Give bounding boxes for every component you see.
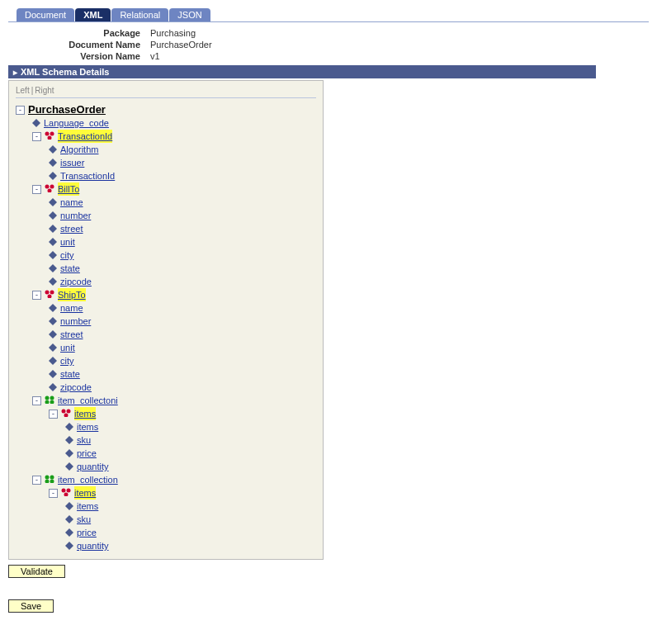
attr-icon [49,159,57,167]
svg-point-18 [50,291,54,295]
node-algorithm[interactable]: Algorithm [60,143,98,156]
node-street[interactable]: street [60,328,83,341]
svg-marker-37 [65,462,73,471]
tree: - PurchaseOrder Language_code - Transact… [16,103,316,552]
right-link[interactable]: Right [35,86,54,95]
svg-point-40 [45,480,50,484]
svg-point-7 [45,185,50,189]
attr-icon [49,211,57,220]
node-zipcode[interactable]: zipcode [60,275,92,288]
attr-icon [49,343,57,352]
svg-marker-23 [49,343,57,352]
svg-point-8 [50,185,54,189]
svg-point-44 [64,493,69,497]
meta-val-version: v1 [150,51,160,61]
svg-point-3 [48,136,52,140]
svg-point-17 [45,291,50,295]
svg-point-30 [50,400,54,405]
node-transactionid[interactable]: TransactionId [58,130,112,143]
node-quantity[interactable]: quantity [77,460,109,473]
node-unit[interactable]: unit [60,235,75,249]
node-sku[interactable]: sku [77,433,91,447]
node-items-child[interactable]: items [77,420,98,433]
node-city[interactable]: city [60,354,74,367]
collapse-icon[interactable]: - [32,185,41,194]
node-zipcode[interactable]: zipcode [60,381,92,394]
svg-point-1 [45,132,50,136]
node-state[interactable]: state [60,262,80,275]
attr-icon [49,277,57,286]
node-shipto[interactable]: ShipTo [58,288,86,301]
attr-icon [49,330,57,339]
attr-icon [32,119,40,127]
svg-marker-25 [49,370,57,378]
svg-marker-11 [49,211,57,220]
svg-marker-46 [65,515,73,523]
svg-marker-21 [49,317,57,325]
tab-relational[interactable]: Relational [111,8,168,21]
node-unit[interactable]: unit [60,341,75,354]
attr-icon [65,449,73,457]
node-name[interactable]: name [60,196,83,209]
node-transactionid-child[interactable]: TransactionId [60,169,115,182]
attr-icon [49,251,57,259]
svg-marker-24 [49,357,57,365]
attr-icon [49,145,57,154]
meta-block: Package Purchasing Document Name Purchas… [33,27,649,62]
validate-button[interactable]: Validate [8,565,65,578]
node-quantity[interactable]: quantity [77,539,109,552]
node-issuer[interactable]: issuer [60,156,84,169]
svg-marker-26 [49,383,57,391]
node-city[interactable]: city [60,249,74,262]
node-sku[interactable]: sku [77,513,91,526]
save-button[interactable]: Save [8,599,54,613]
node-price[interactable]: price [77,447,97,460]
node-root[interactable]: PurchaseOrder [28,103,106,116]
svg-marker-0 [32,119,40,127]
svg-point-9 [48,189,52,193]
node-billto[interactable]: BillTo [58,182,79,196]
svg-point-31 [62,410,66,414]
node-street[interactable]: street [60,222,83,235]
attr-icon [49,172,57,180]
collapse-icon[interactable]: - [32,291,41,300]
collapse-icon[interactable]: - [32,396,41,405]
svg-point-42 [62,489,66,493]
node-price[interactable]: price [77,526,97,539]
svg-marker-48 [65,542,73,550]
node-items-child[interactable]: items [77,500,98,513]
left-link[interactable]: Left [16,86,30,95]
node-items[interactable]: items [74,407,96,420]
node-name[interactable]: name [60,301,83,315]
svg-point-38 [45,476,50,480]
attr-icon [65,423,73,431]
collapse-icon[interactable]: - [49,410,58,419]
node-items[interactable]: items [74,486,96,500]
collapse-icon[interactable]: - [32,132,41,141]
node-number[interactable]: number [60,209,91,222]
tab-document[interactable]: Document [17,8,74,21]
meta-label-docname: Document Name [33,40,150,50]
section-header[interactable]: XML Schema Details [8,65,596,78]
tab-xml[interactable]: XML [75,8,111,21]
node-state[interactable]: state [60,367,80,381]
compound-red-icon [61,486,71,500]
compound-green-icon [45,473,54,486]
collapse-icon[interactable]: - [32,476,41,485]
node-item-collectoni[interactable]: item_collectoni [58,394,118,407]
meta-val-docname: PurchaseOrder [150,40,212,50]
node-number[interactable]: number [60,315,91,328]
svg-marker-34 [65,423,73,431]
svg-marker-47 [65,528,73,537]
collapse-icon[interactable]: - [16,106,25,115]
meta-label-version: Version Name [33,51,150,61]
node-item-collection[interactable]: item_collection [58,473,118,486]
collapse-icon[interactable]: - [49,489,58,498]
tab-json[interactable]: JSON [169,8,210,21]
svg-marker-22 [49,330,57,339]
svg-marker-12 [49,225,57,233]
attr-icon [49,238,57,246]
attr-icon [49,383,57,391]
svg-marker-45 [65,502,73,510]
node-language-code[interactable]: Language_code [44,116,109,130]
